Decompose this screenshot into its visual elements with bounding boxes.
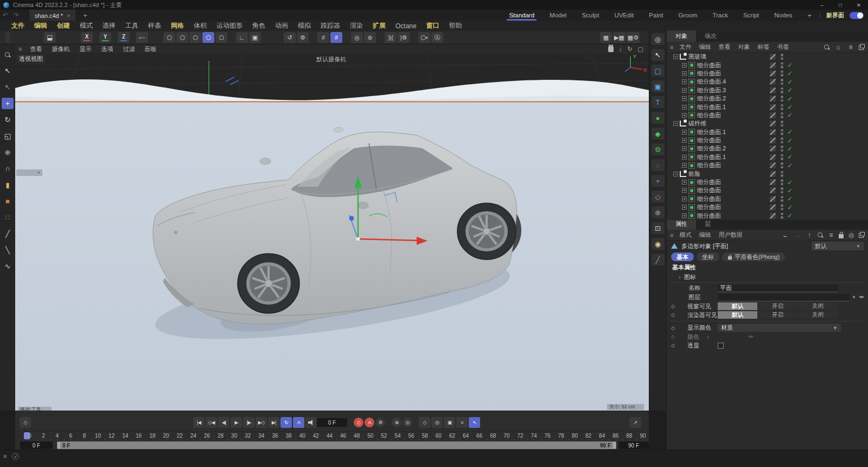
layer-toggle-icon[interactable] [770,87,776,93]
minimize-button[interactable]: – [813,0,831,10]
tree-row[interactable]: +细分曲面✓ [667,186,868,194]
enabled-check-icon[interactable]: ✓ [787,86,793,94]
render-view-button[interactable]: ▦ [600,32,612,43]
axis-icon[interactable]: + [652,175,665,187]
lock-x-axis-button[interactable]: X [81,32,93,43]
viewport-menu-显示[interactable]: 显示 [74,45,96,53]
om-menu-对象[interactable]: 对象 [734,43,754,51]
next-key-button[interactable]: ▶◇ [256,417,267,428]
symmetry-button[interactable]: )|( [385,32,397,43]
enabled-check-icon[interactable]: ✓ [787,179,793,186]
goto-start-button[interactable]: |◀ [193,417,205,428]
keyframe-settings-button[interactable]: ⚙ [375,418,385,427]
tree-row[interactable]: +细分曲面.4✓ [667,78,868,86]
layer-toggle-icon[interactable] [770,129,776,135]
workspace-tab-groom[interactable]: Groom [671,10,705,21]
menu-创建[interactable]: 创建 [52,21,75,30]
menu-扩展[interactable]: 扩展 [368,21,391,30]
om-popout-icon[interactable] [859,44,865,50]
option-default[interactable]: 默认 [718,302,757,310]
monitor-icon[interactable]: ⊡ [652,222,665,234]
key-scale-button[interactable]: ▣ [444,417,455,428]
option-default[interactable]: 默认 [718,311,757,319]
visibility-dots-icon[interactable] [781,71,783,77]
edges-mode-button[interactable]: ⬡ [176,32,188,43]
om-home-icon[interactable]: ⌂ [834,43,843,51]
layer-input[interactable] [718,294,850,301]
tree-row[interactable]: +细分曲面✓ [667,203,868,211]
layer-toggle-icon[interactable] [770,179,776,185]
workplane-button[interactable]: ∟ [236,32,248,43]
pen-icon[interactable]: ╲ [2,244,14,256]
toggle-view-icon[interactable]: ▢ [638,46,643,53]
key-diamond-icon[interactable]: ◇ [671,325,675,331]
new-document-button[interactable]: + [83,11,87,20]
timeline-ruler[interactable]: 0246810121416182022242628303234363840424… [15,431,649,441]
am-search-icon[interactable] [817,232,824,238]
tree-row[interactable]: +细分曲面✓ [667,178,868,186]
expander-icon[interactable]: + [682,146,687,151]
am-target-icon[interactable]: ◎ [847,231,856,239]
visibility-dots-icon[interactable] [781,129,783,135]
am-menu-userdata[interactable]: 用户数据 [714,231,746,239]
keyframe-diamond-button[interactable]: ◇ [20,417,31,428]
document-tab[interactable]: shan.c4d * × [29,10,75,21]
spline-icon[interactable]: ∿ [2,261,14,272]
om-menu-标签[interactable]: 标签 [754,43,773,51]
layer-toggle-icon[interactable] [770,154,776,160]
tweak-mode-button[interactable]: ▣ [249,32,261,43]
am-back-icon[interactable]: ← [781,231,790,239]
am-menu-mode[interactable]: 模式 [675,231,695,239]
key-diamond-icon[interactable]: ◇ [671,304,675,309]
expander-icon[interactable]: − [673,121,678,126]
viewport-menu-摄像机[interactable]: 摄像机 [47,45,74,53]
enabled-check-icon[interactable]: ✓ [787,195,793,203]
enabled-check-icon[interactable]: ✓ [787,187,793,194]
generator-gear-icon[interactable]: ⚙ [652,143,665,155]
am-menu-edit[interactable]: 编辑 [695,231,714,239]
workspace-tab-uvedit[interactable]: UVEdit [607,10,641,21]
section-tab-坐标[interactable]: 坐标 [697,253,719,261]
enabled-check-icon[interactable]: ✓ [787,103,793,111]
visibility-dots-icon[interactable] [781,146,783,152]
tab-attributes[interactable]: 属性 [667,218,696,230]
workspace-tab-track[interactable]: Track [705,10,736,21]
menu-模式[interactable]: 模式 [75,21,98,30]
tree-row[interactable]: +细分曲面✓ [667,70,868,78]
tree-row[interactable]: −黑玻璃 [667,53,868,61]
enabled-check-icon[interactable]: ✓ [787,145,793,153]
layer-picker-icon[interactable]: ✐ [857,293,866,302]
expander-icon[interactable]: + [682,205,687,210]
om-menu-查看[interactable]: 查看 [714,43,734,51]
expander-icon[interactable]: + [682,113,687,118]
expander-icon[interactable]: + [682,79,687,84]
expander-icon[interactable]: + [682,88,687,93]
workspace-tab-nodes[interactable]: Nodes [767,10,800,21]
om-menu-icon[interactable]: ≡ [670,44,675,51]
expander-icon[interactable]: + [682,163,687,168]
visibility-dots-icon[interactable] [781,179,783,185]
next-frame-button[interactable]: |▶ [243,417,254,428]
option-on[interactable]: 开启 [758,311,797,319]
tree-row[interactable]: −碳纤维 [667,119,868,128]
autokey-button[interactable]: A [365,418,374,427]
new-ui-toggle[interactable] [850,12,864,19]
viewport-menu-选项[interactable]: 选项 [96,45,118,53]
viewport-menu-icon[interactable]: ≡ [15,46,25,52]
transform-icon[interactable]: ⊕ [2,147,14,158]
om-search-icon[interactable] [824,44,830,51]
enabled-check-icon[interactable]: ✓ [787,212,793,219]
section-tab-基本[interactable]: 基本 [671,253,694,261]
tab-layers[interactable]: 层 [696,218,719,230]
visibility-dots-icon[interactable] [781,137,783,143]
status-menu-icon[interactable]: ≡ [3,453,7,459]
points-mode-button[interactable]: ⬡ [163,32,175,43]
menu-网格[interactable]: 网格 [166,21,189,30]
visibility-dots-icon[interactable] [781,96,783,102]
key-rotation-button[interactable]: ◎ [431,417,443,428]
expander-icon[interactable]: + [682,105,687,110]
live-selection-icon[interactable]: ↖ [2,65,14,77]
layer-toggle-icon[interactable] [770,121,776,127]
tree-row[interactable]: +细分曲面.2✓ [667,144,868,153]
record-rotation-button[interactable]: ◎ [403,418,412,427]
